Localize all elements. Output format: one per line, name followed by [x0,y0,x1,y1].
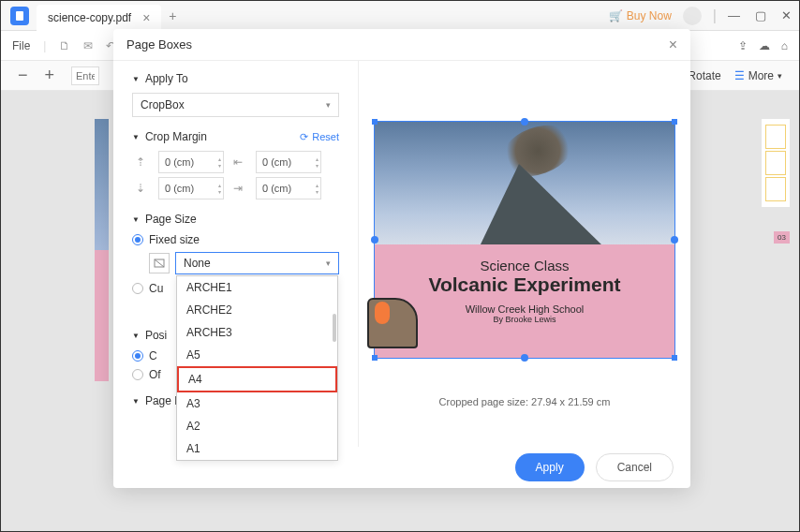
app-icon [10,7,29,25]
collapse-icon[interactable]: ▼ [132,332,140,340]
close-window-icon[interactable]: ✕ [781,8,792,22]
maximize-icon[interactable]: ▢ [755,8,766,22]
page-indicator: 03 [774,231,790,244]
radio-icon [132,283,143,294]
preview-school: Willow Creek High School [388,303,661,315]
zoom-in-icon[interactable]: + [45,66,55,85]
dropdown-option[interactable]: A5 [177,344,337,366]
volcano-illustration [367,298,423,363]
margin-top-icon: ⇡ [132,154,149,170]
reset-icon: ⟳ [300,131,308,143]
apply-to-select[interactable]: CropBox ▾ [132,93,339,117]
preview-subtitle: Science Class [388,258,661,273]
crop-handle-right[interactable] [671,236,678,244]
dropdown-option[interactable]: ARCHE1 [177,276,337,299]
crop-preview[interactable]: Science Class Volcanic Experiment Willow… [374,121,675,359]
margin-bottom-input[interactable]: 0 (cm)▴▾ [158,177,224,200]
home-icon[interactable]: ⌂ [781,39,788,52]
titlebar-right: 🛒 Buy Now | — ▢ ✕ [609,7,799,25]
titlebar: science-copy.pdf × + 🛒 Buy Now | — ▢ ✕ [1,1,799,31]
document-tab[interactable]: science-copy.pdf × [37,5,161,31]
page-thumbnail[interactable] [765,151,786,175]
dropdown-option[interactable]: A1 [177,437,337,460]
crop-handle-corner[interactable] [672,355,677,361]
svg-rect-0 [16,11,23,21]
cart-icon: 🛒 [609,9,623,22]
radio-icon [132,350,143,362]
preview-title: Volcanic Experiment [388,273,661,296]
save-icon[interactable]: 🗋 [59,39,70,52]
dropdown-option[interactable]: ARCHE3 [177,321,337,344]
orientation-icon[interactable] [149,253,170,273]
chevron-down-icon: ▾ [326,100,331,110]
position-label: Posi [145,329,167,342]
dropdown-option[interactable]: A3 [177,392,337,415]
dialog-preview-panel: Science Class Volcanic Experiment Willow… [359,61,690,447]
page-preview-sliver [95,119,109,381]
mail-icon[interactable]: ✉ [83,39,93,52]
dropdown-scrollbar[interactable] [333,314,336,342]
crop-margin-label: Crop Margin [145,130,207,143]
dialog-title: Page Boxes [126,37,192,52]
page-size-dropdown: ARCHE1 ARCHE2 ARCHE3 A5 A4 A3 A2 A1 [176,275,338,461]
zoom-out-icon[interactable]: − [18,66,28,85]
crop-handle-bottom[interactable] [521,354,528,362]
add-tab-icon[interactable]: + [169,8,176,23]
cloud-icon[interactable]: ☁ [759,39,770,52]
page-input[interactable] [71,66,99,85]
cancel-button[interactable]: Cancel [596,453,674,481]
thumbnail-panel [762,119,790,207]
margin-left-icon: ⇤ [230,154,246,170]
margin-top-input[interactable]: 0 (cm)▴▾ [158,151,224,173]
chevron-down-icon: ▾ [778,71,782,81]
file-menu[interactable]: File [12,39,30,52]
minimize-icon[interactable]: — [728,8,740,22]
page-thumbnail[interactable] [765,177,786,201]
dialog-close-icon[interactable]: × [669,37,677,53]
apply-button[interactable]: Apply [515,453,585,481]
crop-handle-corner[interactable] [672,119,677,125]
page-size-label: Page Size [145,213,197,226]
upload-icon[interactable]: ⇪ [738,39,748,52]
hamburger-icon: ☰ [734,69,745,82]
user-avatar[interactable] [683,7,702,25]
crop-handle-corner[interactable] [372,119,378,125]
window-controls: — ▢ ✕ [728,8,792,22]
close-tab-icon[interactable]: × [142,10,150,25]
crop-margin-section: ▼ Crop Margin ⟳ Reset ⇡ 0 (cm)▴▾ ⇤ 0 (cm… [132,130,339,200]
toolbar-right: ⇪ ☁ ⌂ [738,39,788,52]
page-size-select[interactable]: None ▾ ARCHE1 ARCHE2 ARCHE3 A5 A4 A3 A2 … [175,252,339,274]
dropdown-option-highlighted[interactable]: A4 [177,366,337,392]
margin-right-input[interactable]: 0 (cm)▴▾ [256,177,321,200]
buy-now-link[interactable]: 🛒 Buy Now [609,9,672,22]
radio-icon [132,234,143,245]
dialog-header: Page Boxes × [113,29,690,61]
dialog-body: ▼ Apply To CropBox ▾ ▼ Crop Margin ⟳ Res… [113,61,690,447]
apply-to-label: Apply To [145,72,188,85]
reset-button[interactable]: ⟳ Reset [300,131,339,143]
crop-handle-top[interactable] [521,118,528,126]
collapse-icon[interactable]: ▼ [132,133,140,141]
chevron-down-icon: ▾ [326,259,331,268]
fixed-size-radio[interactable]: Fixed size [132,233,339,246]
collapse-icon[interactable]: ▼ [132,75,140,83]
margin-right-icon: ⇥ [230,180,246,197]
cropped-size-info: Cropped page size: 27.94 x 21.59 cm [374,396,675,407]
page-thumbnail[interactable] [765,125,786,149]
dropdown-option[interactable]: ARCHE2 [177,299,337,321]
crop-handle-corner[interactable] [372,355,378,361]
more-menu[interactable]: ☰ More ▾ [734,69,782,82]
rotate-label[interactable]: Rotate [688,69,720,82]
collapse-icon[interactable]: ▼ [132,397,140,406]
margin-bottom-icon: ⇣ [132,180,149,197]
dropdown-option[interactable]: A2 [177,415,337,437]
svg-line-2 [155,259,164,267]
page-size-section: ▼ Page Size Fixed size None ▾ ARCHE1 [132,213,339,295]
page-boxes-dialog: Page Boxes × ▼ Apply To CropBox ▾ ▼ Crop… [113,29,690,488]
toolbar2-right: Rotate ☰ More ▾ [688,69,782,82]
margin-left-input[interactable]: 0 (cm)▴▾ [256,151,321,173]
crop-handle-left[interactable] [371,236,378,244]
dialog-settings-panel: ▼ Apply To CropBox ▾ ▼ Crop Margin ⟳ Res… [113,61,359,447]
collapse-icon[interactable]: ▼ [132,215,140,224]
tab-label: science-copy.pdf [48,11,131,24]
